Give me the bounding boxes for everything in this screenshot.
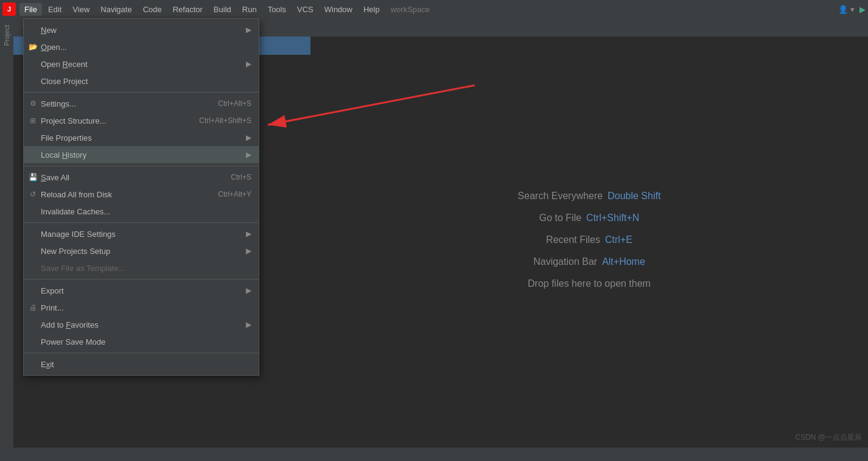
menu-item-exit[interactable]: Exit xyxy=(24,356,259,373)
account-icon[interactable]: 👤 ▾ xyxy=(838,5,855,14)
menu-item-file-properties[interactable]: File Properties ▶ xyxy=(24,129,259,146)
menu-item-save-all[interactable]: 💾 Save All Ctrl+S xyxy=(24,169,259,186)
app-logo: J xyxy=(2,2,16,16)
menubar-right-actions: 👤 ▾ ▶ xyxy=(838,5,866,14)
menubar: J File Edit View Navigate Code Refactor … xyxy=(0,0,868,18)
menu-refactor[interactable]: Refactor xyxy=(168,3,208,16)
watermark: CSDN @一点点星辰 xyxy=(795,432,862,443)
hint-recent-files: Recent Files Ctrl+E xyxy=(546,234,632,245)
menu-window[interactable]: Window xyxy=(320,3,357,16)
menu-view[interactable]: View xyxy=(68,3,94,16)
separator-1 xyxy=(24,92,259,93)
git-icon[interactable]: ▶ xyxy=(859,5,866,14)
menu-code[interactable]: Code xyxy=(138,3,167,16)
menu-item-save-as-template: Save File as Template... xyxy=(24,259,259,276)
hint-drop-files: Drop files here to open them xyxy=(528,278,651,289)
arrow-icon-export: ▶ xyxy=(246,286,251,295)
hint-go-to-file: Go to File Ctrl+Shift+N xyxy=(539,213,640,223)
arrow-icon-local-history: ▶ xyxy=(246,150,251,159)
arrow-icon-manage-ide: ▶ xyxy=(246,230,251,238)
arrow-icon-favorites: ▶ xyxy=(246,320,251,329)
menu-vcs[interactable]: VCS xyxy=(292,3,318,16)
reload-icon: ↺ xyxy=(27,190,38,199)
menu-workspace: workSpace xyxy=(386,3,435,16)
separator-3 xyxy=(24,222,259,223)
project-structure-icon: ⊞ xyxy=(27,116,38,125)
menu-item-new[interactable]: New ▶ xyxy=(24,21,259,38)
arrow-icon-new: ▶ xyxy=(246,26,251,34)
menu-item-print[interactable]: 🖨 Print... xyxy=(24,299,259,316)
arrow-icon-open-recent: ▶ xyxy=(246,60,251,68)
menu-build[interactable]: Build xyxy=(209,3,236,16)
menu-help[interactable]: Help xyxy=(359,3,385,16)
sidebar-project[interactable]: Project xyxy=(2,21,12,49)
sidebar-strip: Project xyxy=(0,18,13,461)
menu-item-power-save-mode[interactable]: Power Save Mode xyxy=(24,333,259,350)
menu-item-open[interactable]: 📂 Open... xyxy=(24,38,259,55)
statusbar xyxy=(0,448,868,461)
separator-4 xyxy=(24,279,259,280)
menu-item-new-projects-setup[interactable]: New Projects Setup ▶ xyxy=(24,242,259,259)
menu-item-invalidate-caches[interactable]: Invalidate Caches... xyxy=(24,203,259,220)
editor-area: Search Everywhere Double Shift Go to Fil… xyxy=(310,37,868,443)
menu-edit[interactable]: Edit xyxy=(43,3,66,16)
menu-item-reload-all[interactable]: ↺ Reload All from Disk Ctrl+Alt+Y xyxy=(24,186,259,203)
settings-icon: ⚙ xyxy=(27,99,38,108)
menu-item-manage-ide[interactable]: Manage IDE Settings ▶ xyxy=(24,225,259,242)
hint-search-everywhere: Search Everywhere Double Shift xyxy=(518,191,661,202)
arrow-icon-new-projects: ▶ xyxy=(246,247,251,255)
hint-navigation-bar: Navigation Bar Alt+Home xyxy=(533,256,645,267)
arrow-icon-file-props: ▶ xyxy=(246,133,251,142)
menu-file[interactable]: File xyxy=(19,3,42,16)
menu-item-settings[interactable]: ⚙ Settings... Ctrl+Alt+S xyxy=(24,95,259,112)
save-icon: 💾 xyxy=(27,173,38,181)
menu-tools[interactable]: Tools xyxy=(263,3,291,16)
menu-run[interactable]: Run xyxy=(237,3,262,16)
open-icon: 📂 xyxy=(27,43,38,51)
file-dropdown-menu: New ▶ 📂 Open... Open Recent ▶ Close Proj… xyxy=(23,18,259,376)
menu-item-export[interactable]: Export ▶ xyxy=(24,282,259,299)
menu-item-add-to-favorites[interactable]: Add to Favorites ▶ xyxy=(24,316,259,333)
menu-item-project-structure[interactable]: ⊞ Project Structure... Ctrl+Alt+Shift+S xyxy=(24,112,259,129)
separator-5 xyxy=(24,353,259,353)
print-icon: 🖨 xyxy=(27,303,38,312)
menu-navigate[interactable]: Navigate xyxy=(96,3,136,16)
menu-item-open-recent[interactable]: Open Recent ▶ xyxy=(24,55,259,72)
menu-item-close-project[interactable]: Close Project xyxy=(24,72,259,90)
menu-item-local-history[interactable]: Local History ▶ xyxy=(24,146,259,163)
separator-2 xyxy=(24,166,259,166)
